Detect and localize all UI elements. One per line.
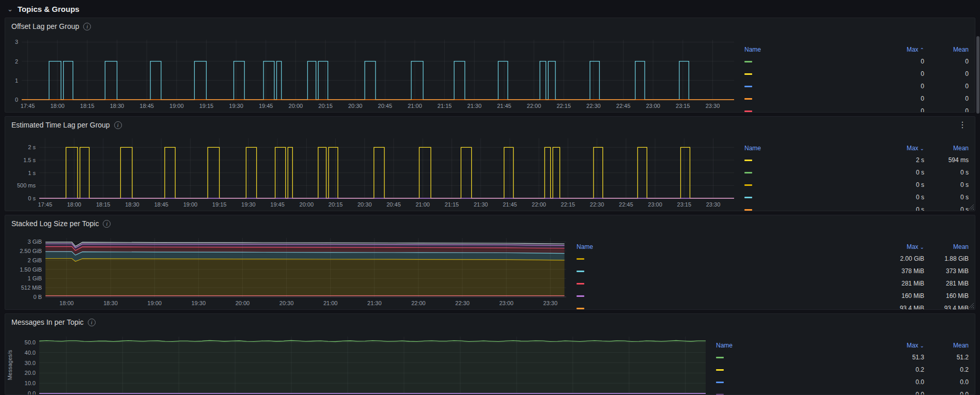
- scrollbar-thumb[interactable]: [976, 36, 979, 114]
- panel-menu-icon[interactable]: ⋮: [956, 121, 969, 129]
- svg-text:23:30: 23:30: [706, 201, 721, 208]
- legend-mean-value: 1.88 GiB: [924, 255, 969, 262]
- series-swatch[interactable]: [577, 271, 584, 272]
- legend-row[interactable]: 0 s0 s: [744, 179, 969, 191]
- svg-text:19:30: 19:30: [192, 300, 206, 306]
- panel-title[interactable]: Stacked Log Size per Topic: [11, 219, 99, 228]
- svg-text:21:45: 21:45: [503, 201, 517, 208]
- legend-mean-value: 0.0: [924, 378, 969, 386]
- legend-row[interactable]: 0.00.0: [716, 376, 969, 388]
- series-swatch[interactable]: [744, 98, 752, 100]
- svg-text:3 GiB: 3 GiB: [27, 239, 42, 245]
- messages-in-chart[interactable]: 0.010.020.030.040.050.0Messages/s: [5, 330, 714, 394]
- legend-max-value: 51.3: [883, 354, 924, 361]
- series-swatch[interactable]: [744, 160, 752, 161]
- svg-text:1.5 s: 1.5 s: [23, 157, 36, 163]
- sort-desc-icon: ⌄: [920, 146, 924, 151]
- series-swatch[interactable]: [744, 197, 752, 198]
- svg-text:20:30: 20:30: [357, 201, 372, 208]
- log-size-chart[interactable]: 0 B512 MiB1 GiB1.50 GiB2 GiB2.50 GiB3 Gi…: [5, 232, 574, 309]
- svg-text:22:30: 22:30: [586, 103, 601, 109]
- legend-row[interactable]: 0 s0 s: [744, 191, 969, 203]
- svg-text:21:00: 21:00: [415, 201, 430, 208]
- series-swatch[interactable]: [716, 369, 724, 371]
- legend-max-value: 2 s: [883, 156, 924, 164]
- legend-header-name[interactable]: Name: [716, 342, 883, 349]
- series-swatch[interactable]: [577, 295, 584, 297]
- time-lag-chart[interactable]: 0 s500 ms1 s1.5 s2 s17:4518:0018:1518:30…: [5, 133, 742, 211]
- panel-header: Estimated Time Lag per Group i ⋮: [5, 117, 975, 133]
- svg-text:21:45: 21:45: [497, 103, 511, 109]
- legend-mean-value: 281 MiB: [924, 280, 969, 287]
- legend-header-name[interactable]: Name: [744, 145, 883, 152]
- info-icon[interactable]: i: [88, 319, 96, 326]
- series-swatch[interactable]: [577, 283, 584, 285]
- svg-text:20:45: 20:45: [378, 103, 393, 109]
- grafana-dashboard: ⌄ Topics & Groups Offset Lag per Group i…: [0, 0, 980, 395]
- legend-header-mean[interactable]: Mean: [924, 342, 969, 349]
- svg-text:18:30: 18:30: [110, 103, 125, 109]
- svg-text:20:45: 20:45: [386, 201, 401, 208]
- series-swatch[interactable]: [744, 61, 752, 62]
- series-swatch[interactable]: [744, 172, 752, 173]
- legend: Name Max⌄ Mean 51.351.20.20.20.00.00.00.…: [714, 330, 975, 394]
- legend-row[interactable]: 2.00 GiB1.88 GiB: [577, 252, 969, 265]
- info-icon[interactable]: i: [83, 23, 91, 30]
- legend-row[interactable]: 281 MiB281 MiB: [577, 277, 969, 290]
- dashboard-row-header[interactable]: ⌄ Topics & Groups: [0, 0, 980, 18]
- legend-row[interactable]: 0 s0 s: [744, 166, 969, 179]
- svg-text:2 s: 2 s: [28, 144, 36, 150]
- series-swatch[interactable]: [716, 382, 724, 383]
- legend-row[interactable]: 00: [744, 105, 969, 112]
- legend-row[interactable]: 0 s0 s: [744, 203, 969, 211]
- series-swatch[interactable]: [744, 209, 752, 211]
- svg-text:19:00: 19:00: [147, 300, 162, 306]
- panel-estimated-time-lag-per-group: Estimated Time Lag per Group i ⋮ 0 s500 …: [5, 116, 975, 211]
- legend-mean-value: 0.2: [924, 366, 969, 373]
- series-swatch[interactable]: [744, 73, 752, 75]
- panel-title[interactable]: Estimated Time Lag per Group: [11, 121, 110, 129]
- series-swatch[interactable]: [716, 357, 724, 358]
- legend-header-name[interactable]: Name: [744, 46, 883, 53]
- legend-header-mean[interactable]: Mean: [924, 46, 969, 53]
- svg-text:19:30: 19:30: [241, 201, 256, 208]
- panel-title[interactable]: Offset Lag per Group: [11, 22, 79, 30]
- legend-row[interactable]: 378 MiB373 MiB: [577, 265, 969, 277]
- legend-row[interactable]: 2 s594 ms: [744, 154, 969, 166]
- legend-header-name[interactable]: Name: [577, 243, 883, 250]
- scrollbar[interactable]: [976, 0, 980, 395]
- offset-lag-chart[interactable]: 012317:4518:0018:1518:3018:4519:0019:151…: [5, 35, 742, 112]
- series-swatch[interactable]: [744, 184, 752, 186]
- legend-max-value: 160 MiB: [883, 292, 924, 299]
- legend-row[interactable]: 00: [744, 92, 969, 105]
- info-icon[interactable]: i: [103, 220, 111, 228]
- legend-header-max[interactable]: Max⌄: [883, 342, 924, 349]
- series-swatch[interactable]: [744, 86, 752, 87]
- legend-header-max[interactable]: Max⌄: [883, 145, 924, 152]
- legend: Name Max⌄ Mean 2 s594 ms0 s0 s0 s0 s0 s0…: [742, 133, 975, 211]
- legend-row[interactable]: 00: [744, 80, 969, 92]
- panel-title[interactable]: Messages In per Topic: [11, 318, 84, 326]
- legend-header-max[interactable]: Max⌄: [883, 243, 924, 250]
- legend-row[interactable]: 160 MiB160 MiB: [577, 290, 969, 302]
- svg-text:18:00: 18:00: [59, 300, 74, 306]
- chevron-down-icon: ⌄: [7, 6, 13, 12]
- legend: Name Max⌄ Mean 2.00 GiB1.88 GiB378 MiB37…: [574, 232, 975, 309]
- legend-row[interactable]: 51.351.2: [716, 351, 969, 364]
- legend-header-max[interactable]: Max⌃: [883, 46, 924, 53]
- legend-header-mean[interactable]: Mean: [924, 243, 969, 250]
- legend-row[interactable]: 00: [744, 55, 969, 68]
- info-icon[interactable]: i: [114, 121, 122, 129]
- svg-text:0.0: 0.0: [28, 390, 36, 394]
- svg-text:23:15: 23:15: [676, 103, 690, 109]
- legend-header-mean[interactable]: Mean: [924, 145, 969, 152]
- legend-row[interactable]: 00: [744, 68, 969, 80]
- series-swatch[interactable]: [744, 110, 752, 112]
- legend-row[interactable]: 0.00.0: [716, 388, 969, 394]
- series-swatch[interactable]: [577, 308, 584, 309]
- legend-row[interactable]: 0.20.2: [716, 364, 969, 376]
- series-swatch[interactable]: [716, 394, 724, 395]
- legend-max-value: 0 s: [883, 194, 924, 201]
- series-swatch[interactable]: [577, 258, 584, 260]
- legend-row[interactable]: 93.4 MiB93.4 MiB: [577, 302, 969, 309]
